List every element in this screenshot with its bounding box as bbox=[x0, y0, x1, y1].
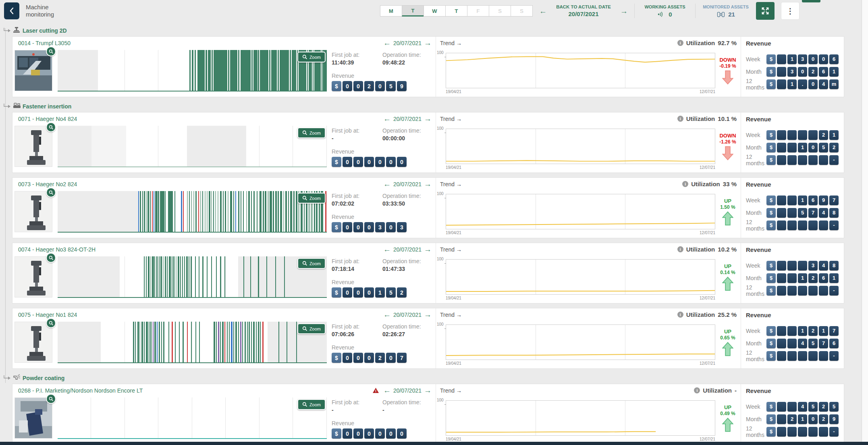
timeline-chart: Zoom bbox=[58, 126, 327, 166]
info-icon[interactable]: i bbox=[677, 40, 683, 46]
next-day-arrow[interactable]: → bbox=[424, 180, 432, 188]
timeline-bar bbox=[146, 322, 148, 362]
top-green-tab[interactable] bbox=[802, 0, 820, 2]
digit-box: 2 bbox=[808, 67, 818, 77]
timeline-zoom-button[interactable]: Zoom bbox=[297, 127, 326, 138]
machine-photo bbox=[15, 50, 52, 91]
timeline-bar bbox=[231, 322, 232, 362]
machine-name-link[interactable]: 0073 - Haeger No2 824 bbox=[18, 181, 77, 187]
digit-box bbox=[787, 326, 797, 336]
trend-link[interactable]: Trend → bbox=[440, 181, 462, 187]
photo-magnifier-icon[interactable] bbox=[46, 46, 56, 56]
top-toolbar: Machine monitoring MTWTFSS ← BACK TO ACT… bbox=[0, 0, 868, 22]
info-icon[interactable]: i bbox=[682, 181, 688, 187]
back-button[interactable] bbox=[4, 2, 19, 19]
trend-link[interactable]: Trend → bbox=[440, 246, 462, 253]
page-title: Machine monitoring bbox=[26, 4, 63, 18]
prev-day-arrow[interactable]: ← bbox=[383, 180, 391, 188]
prev-day-arrow[interactable]: ← bbox=[383, 39, 391, 47]
digit-box: - bbox=[829, 351, 839, 361]
trend-link[interactable]: Trend → bbox=[440, 387, 462, 394]
weekday-button[interactable]: F bbox=[467, 5, 489, 17]
revenue-row-counter: $1052 bbox=[766, 143, 840, 152]
prev-day-arrow[interactable]: ← bbox=[383, 311, 391, 318]
scrollbar[interactable] bbox=[862, 0, 868, 445]
back-to-actual-date[interactable]: BACK TO ACTUAL DATE 20/07/2021 bbox=[553, 4, 614, 17]
next-day-arrow[interactable]: → bbox=[424, 311, 432, 318]
fullscreen-button[interactable] bbox=[756, 2, 775, 20]
machine-name-link[interactable]: 0071 - Haeger No4 824 bbox=[18, 116, 77, 122]
prev-day-arrow[interactable]: ← bbox=[383, 245, 391, 253]
digit-box bbox=[808, 130, 818, 140]
prev-day-arrow[interactable]: ← bbox=[383, 115, 391, 123]
dollar-badge: $ bbox=[766, 261, 776, 270]
timeline-bar bbox=[229, 322, 230, 362]
trend-link[interactable]: Trend → bbox=[440, 40, 462, 46]
prev-date-arrow[interactable]: ← bbox=[539, 7, 547, 15]
prev-day-arrow[interactable]: ← bbox=[383, 387, 391, 394]
dollar-badge: $ bbox=[766, 208, 776, 218]
trend-link[interactable]: Trend → bbox=[440, 312, 462, 318]
digit-box: 5 bbox=[386, 287, 396, 297]
machine-monitoring-app: Machine monitoring MTWTFSS ← BACK TO ACT… bbox=[0, 0, 868, 445]
weekday-button[interactable]: W bbox=[424, 5, 446, 17]
weekday-button[interactable]: S bbox=[489, 5, 511, 17]
info-icon[interactable]: i bbox=[677, 246, 683, 252]
dollar-badge: $ bbox=[766, 130, 776, 140]
revenue-row-counter: $1.04m bbox=[766, 79, 840, 89]
info-icon[interactable]: i bbox=[694, 387, 700, 393]
next-day-arrow[interactable]: → bbox=[424, 387, 432, 394]
timeline-bar bbox=[159, 256, 160, 297]
machine-card: 0268 - P.I. Marketing/Nordson Nordson En… bbox=[12, 384, 844, 445]
digit-box: 7 bbox=[819, 339, 828, 348]
weekday-button[interactable]: T bbox=[445, 5, 467, 17]
dollar-badge: $ bbox=[766, 79, 776, 89]
timeline-zoom-button[interactable]: Zoom bbox=[297, 323, 326, 334]
timeline-bar bbox=[275, 256, 276, 297]
timeline-shade bbox=[58, 322, 101, 362]
digit-box: 1 bbox=[798, 414, 807, 424]
revenue-row-label: 12 months bbox=[746, 284, 766, 297]
photo-magnifier-icon[interactable] bbox=[46, 187, 56, 198]
utilization-value: 10.2 % bbox=[718, 246, 737, 253]
info-icon[interactable]: i bbox=[677, 116, 683, 122]
timeline-bar bbox=[251, 50, 253, 91]
zoom-button-label: Zoom bbox=[309, 55, 321, 60]
timeline-bar bbox=[238, 322, 239, 362]
timeline-zoom-button[interactable]: Zoom bbox=[297, 258, 326, 269]
trend-link[interactable]: Trend → bbox=[440, 116, 462, 122]
timeline-zoom-button[interactable]: Zoom bbox=[297, 193, 326, 204]
weekday-button[interactable]: S bbox=[511, 5, 533, 17]
laser-machine-photo bbox=[15, 50, 52, 91]
next-day-arrow[interactable]: → bbox=[424, 39, 432, 47]
machine-name-link[interactable]: 0268 - P.I. Marketing/Nordson Nordson En… bbox=[18, 387, 143, 394]
photo-magnifier-icon[interactable] bbox=[46, 394, 56, 404]
weekday-button[interactable]: T bbox=[402, 5, 424, 17]
trend-arrow bbox=[716, 418, 739, 434]
timeline-bar bbox=[195, 50, 196, 91]
more-options-button[interactable]: ⋮ bbox=[781, 2, 799, 20]
machine-name-link[interactable]: 0074 - Haeger No3 824-OT-2H bbox=[18, 246, 96, 253]
machine-name-link[interactable]: 0014 - Trumpf L3050 bbox=[18, 40, 71, 46]
machine-name-link[interactable]: 0075 - Haeger No1 824 bbox=[18, 312, 77, 318]
info-icon[interactable]: i bbox=[677, 312, 683, 318]
timeline-bar bbox=[199, 256, 199, 297]
timeline-zoom-button[interactable]: Zoom bbox=[297, 52, 326, 62]
photo-magnifier-icon[interactable] bbox=[46, 122, 56, 132]
next-date-arrow[interactable]: → bbox=[620, 7, 628, 15]
timeline-bar bbox=[140, 191, 141, 232]
digit-box: 0 bbox=[364, 353, 374, 363]
timeline-bar bbox=[189, 191, 190, 232]
timeline-zoom-button[interactable]: Zoom bbox=[297, 399, 326, 410]
chart-y-max-label: 100 bbox=[437, 257, 444, 261]
timeline-bar bbox=[228, 50, 229, 91]
next-day-arrow[interactable]: → bbox=[424, 115, 432, 123]
revenue-row-counter: $21 bbox=[766, 130, 840, 140]
photo-magnifier-icon[interactable] bbox=[46, 253, 56, 263]
weekday-button[interactable]: M bbox=[380, 5, 402, 17]
press-machine-photo bbox=[15, 191, 52, 232]
next-day-arrow[interactable]: → bbox=[424, 245, 432, 253]
timeline-bar bbox=[290, 50, 291, 91]
up-arrow-icon bbox=[722, 277, 733, 291]
photo-magnifier-icon[interactable] bbox=[46, 318, 56, 328]
